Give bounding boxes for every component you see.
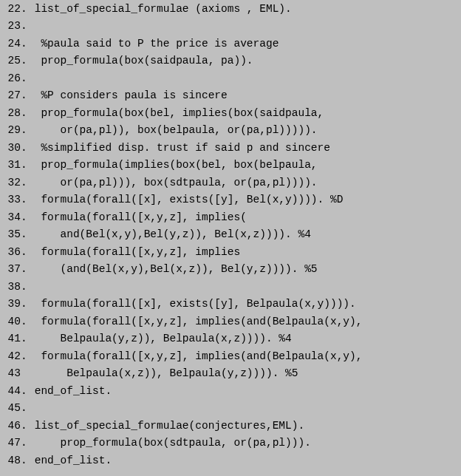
line-number-dot: . [21, 174, 28, 191]
code-line: 39. formula(forall([x], exists([y], Belp… [0, 296, 461, 313]
line-number-dot: . [21, 296, 28, 313]
code-line: 28. prop_formula(box(bel, implies(box(sa… [0, 105, 461, 122]
line-number-dot: . [21, 313, 28, 330]
code-text: formula(forall([x,y,z], implies(and(Belp… [28, 313, 362, 330]
line-number-dot: . [21, 226, 28, 243]
line-number: 37 [0, 261, 21, 278]
code-line: 41. Belpaula(y,z)), Belpaula(x,z)))). %4 [0, 330, 461, 347]
line-number: 23 [0, 18, 21, 35]
code-line: 26. [0, 70, 461, 87]
code-text: Belpaula(y,z)), Belpaula(x,z)))). %4 [28, 330, 292, 347]
line-number-dot: . [21, 418, 28, 435]
line-number-dot: . [21, 122, 28, 139]
code-text: %P considers paula is sincere [28, 87, 228, 104]
code-text: prop_formula(box(saidpaula, pa)). [28, 52, 253, 69]
line-number: 31 [0, 157, 21, 174]
line-number-dot: . [21, 140, 28, 157]
line-number: 25 [0, 52, 21, 69]
line-number-dot: . [21, 435, 28, 452]
code-listing: 22. list_of_special_formulae (axioms , E… [0, 1, 461, 469]
code-text: prop_formula(box(bel, implies(box(saidpa… [28, 105, 324, 122]
code-text: list_of_special_formulae(conjectures,EML… [28, 418, 304, 435]
code-text: formula(forall([x,y,z], implies(and(Belp… [28, 348, 362, 365]
code-line: 30. %simplified disp. trust if said p an… [0, 140, 461, 157]
line-number: 34 [0, 209, 21, 226]
code-line: 29. or(pa,pl)), box(belpaula, or(pa,pl))… [0, 122, 461, 139]
line-number: 32 [0, 174, 21, 191]
code-text: formula(forall([x,y,z], implies [28, 244, 240, 261]
line-number-dot: . [21, 70, 28, 87]
code-line: 38. [0, 279, 461, 296]
line-number: 36 [0, 244, 21, 261]
line-number: 35 [0, 226, 21, 243]
line-number-dot: . [21, 383, 28, 400]
line-number: 48 [0, 452, 21, 469]
code-line: 25. prop_formula(box(saidpaula, pa)). [0, 52, 461, 69]
code-line: 46. list_of_special_formulae(conjectures… [0, 418, 461, 435]
line-number: 40 [0, 313, 21, 330]
line-number-dot: . [21, 209, 28, 226]
line-number: 41 [0, 330, 21, 347]
line-number: 46 [0, 418, 21, 435]
code-line: 31. prop_formula(implies(box(bel, box(be… [0, 157, 461, 174]
line-number-dot: . [21, 35, 28, 52]
line-number: 43 [0, 365, 21, 382]
line-number: 26 [0, 70, 21, 87]
code-line: 34. formula(forall([x,y,z], implies( [0, 209, 461, 226]
code-line: 40. formula(forall([x,y,z], implies(and(… [0, 313, 461, 330]
code-line: 36. formula(forall([x,y,z], implies [0, 244, 461, 261]
code-line: 37. (and(Bel(x,y),Bel(x,z)), Bel(y,z))))… [0, 261, 461, 278]
line-number-dot: . [21, 261, 28, 278]
line-number: 33 [0, 191, 21, 208]
line-number-dot: . [21, 18, 28, 35]
line-number: 44 [0, 383, 21, 400]
code-line: 48. end_of_list. [0, 452, 461, 469]
code-text: end_of_list. [28, 452, 112, 469]
code-line: 23. [0, 18, 461, 35]
code-text: %simplified disp. trust if said p and si… [28, 140, 330, 157]
line-number-dot: . [21, 330, 28, 347]
line-number-dot: . [21, 348, 28, 365]
line-number-dot: . [21, 105, 28, 122]
line-number: 22 [0, 1, 21, 18]
line-number: 45 [0, 400, 21, 417]
line-number: 27 [0, 87, 21, 104]
code-text: and(Bel(x,y),Bel(y,z)), Bel(x,z)))). %4 [28, 226, 311, 243]
code-line: 42. formula(forall([x,y,z], implies(and(… [0, 348, 461, 365]
code-text: %paula said to P the price is average [28, 35, 279, 52]
line-number: 30 [0, 140, 21, 157]
line-number: 42 [0, 348, 21, 365]
code-text: formula(forall([x,y,z], implies( [28, 209, 247, 226]
code-text: formula(forall([x], exists([y], Bel(x,y)… [28, 191, 343, 208]
code-text: prop_formula(box(sdtpaula, or(pa,pl))). [28, 435, 311, 452]
line-number-dot: . [21, 87, 28, 104]
line-number: 39 [0, 296, 21, 313]
code-text: formula(forall([x], exists([y], Belpaula… [28, 296, 356, 313]
code-text: Belpaula(x,z)), Belpaula(y,z)))). %5 [28, 365, 298, 382]
code-text: end_of_list. [28, 383, 112, 400]
line-number: 28 [0, 105, 21, 122]
code-line: 45. [0, 400, 461, 417]
line-number-dot: . [21, 452, 28, 469]
code-line: 27. %P considers paula is sincere [0, 87, 461, 104]
line-number-dot: . [21, 157, 28, 174]
code-text: list_of_special_formulae (axioms , EML). [28, 1, 292, 18]
line-number: 47 [0, 435, 21, 452]
line-number: 24 [0, 35, 21, 52]
line-number-dot: . [21, 279, 28, 296]
line-number-dot: . [21, 1, 28, 18]
code-text: or(pa,pl))), box(sdtpaula, or(pa,pl)))). [28, 174, 318, 191]
code-line: 33. formula(forall([x], exists([y], Bel(… [0, 191, 461, 208]
code-text: (and(Bel(x,y),Bel(x,z)), Bel(y,z)))). %5 [28, 261, 318, 278]
line-number-dot: . [21, 191, 28, 208]
line-number-dot: . [21, 400, 28, 417]
code-line: 44. end_of_list. [0, 383, 461, 400]
line-number-dot: . [21, 244, 28, 261]
line-number: 29 [0, 122, 21, 139]
code-line: 22. list_of_special_formulae (axioms , E… [0, 1, 461, 18]
line-number: 38 [0, 279, 21, 296]
code-text: or(pa,pl)), box(belpaula, or(pa,pl))))). [28, 122, 318, 139]
code-text: prop_formula(implies(box(bel, box(belpau… [28, 157, 318, 174]
code-line: 35. and(Bel(x,y),Bel(y,z)), Bel(x,z)))).… [0, 226, 461, 243]
line-number-dot: . [21, 52, 28, 69]
